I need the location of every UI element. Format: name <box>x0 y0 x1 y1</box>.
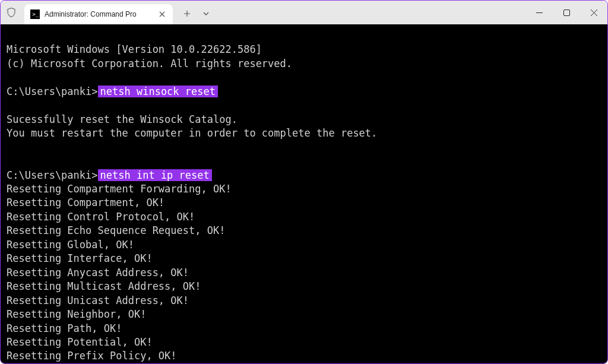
window-titlebar: >_ Administrator: Command Pro <box>1 1 607 24</box>
svg-rect-5 <box>563 10 569 15</box>
minimize-button[interactable] <box>525 1 553 24</box>
prompt-prefix: C:\Users\panki> <box>7 169 98 181</box>
close-button[interactable] <box>580 1 607 24</box>
tab-dropdown-button[interactable] <box>198 5 214 22</box>
terminal-prompt-line: C:\Users\panki>netsh winsock reset <box>7 85 601 99</box>
terminal-line: Resetting Potential, OK! <box>7 335 601 349</box>
prompt-prefix: C:\Users\panki> <box>7 86 98 97</box>
terminal-line: Resetting Control Protocol, OK! <box>7 210 601 224</box>
terminal-line <box>7 71 601 84</box>
window-controls <box>525 1 607 24</box>
terminal-line: Resetting Neighbor, OK! <box>7 308 601 321</box>
terminal-line: Resetting Multicast Address, OK! <box>7 280 601 293</box>
terminal-line: Resetting Prefix Policy, OK! <box>7 349 601 363</box>
new-tab-button[interactable] <box>179 5 195 22</box>
tab-active[interactable]: >_ Administrator: Command Pro <box>24 4 173 24</box>
terminal-output[interactable]: Microsoft Windows [Version 10.0.22622.58… <box>1 24 607 363</box>
titlebar-left: >_ Administrator: Command Pro <box>5 1 214 24</box>
terminal-line: Resetting Path, OK! <box>7 322 601 335</box>
terminal-line: Resetting Anycast Address, OK! <box>7 266 601 280</box>
maximize-button[interactable] <box>553 1 580 24</box>
terminal-line <box>7 99 601 112</box>
tab-title: Administrator: Command Pro <box>45 10 153 18</box>
terminal-line: Microsoft Windows [Version 10.0.22622.58… <box>7 43 601 56</box>
tab-close-button[interactable] <box>157 10 167 19</box>
highlighted-command: netsh int ip reset <box>98 169 212 181</box>
terminal-line: Resetting Interface, OK! <box>7 252 601 265</box>
cmd-icon: >_ <box>30 10 40 19</box>
terminal-line: Resetting Compartment, OK! <box>7 196 601 210</box>
terminal-line: You must restart the computer in order t… <box>7 126 601 140</box>
terminal-line <box>7 141 601 154</box>
terminal-line: (c) Microsoft Corporation. All rights re… <box>7 57 601 71</box>
terminal-prompt-line: C:\Users\panki>netsh int ip reset <box>7 169 601 182</box>
terminal-line: Resetting Echo Sequence Request, OK! <box>7 224 601 238</box>
terminal-line: Resetting Unicast Address, OK! <box>7 294 601 308</box>
highlighted-command: netsh winsock reset <box>98 86 218 97</box>
terminal-line: Resetting Compartment Forwarding, OK! <box>7 182 601 196</box>
terminal-line <box>7 154 601 168</box>
terminal-line: Resetting Global, OK! <box>7 238 601 252</box>
terminal-line: Sucessfully reset the Winsock Catalog. <box>7 113 601 126</box>
shield-icon <box>5 7 17 18</box>
tab-actions <box>179 5 214 22</box>
